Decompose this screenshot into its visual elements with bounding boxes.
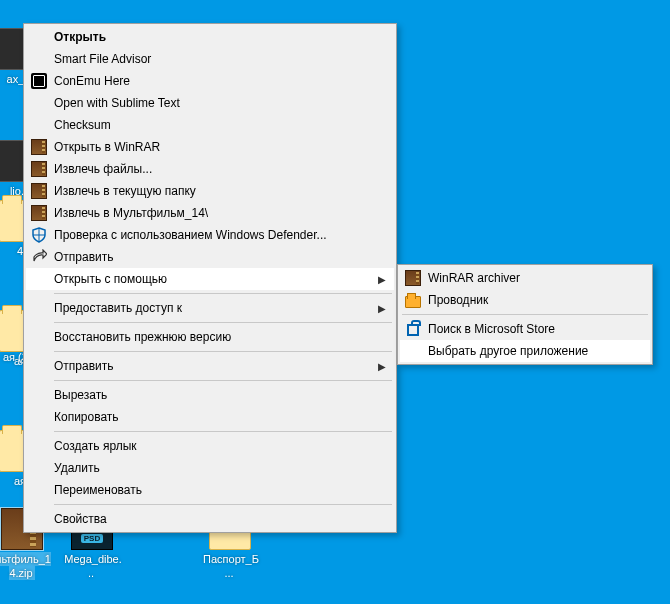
menu-item-extract-here[interactable]: Извлечь в текущую папку [26,180,394,202]
menu-item-label: ConEmu Here [52,74,388,88]
menu-item-share[interactable]: Отправить [26,246,394,268]
menu-item-label: Переименовать [52,483,388,497]
conemu-icon [31,73,47,89]
menu-item-checksum[interactable]: Checksum [26,114,394,136]
menu-item-smart-file-advisor[interactable]: Smart File Advisor [26,48,394,70]
submenu-arrow-icon: ▶ [376,303,388,314]
menu-item-label: Копировать [52,410,388,424]
menu-item-label: Извлечь в текущую папку [52,184,388,198]
menu-separator [402,314,648,315]
menu-separator [54,380,392,381]
menu-item-label: Открыть в WinRAR [52,140,388,154]
context-menu: Открыть Smart File Advisor ConEmu Here O… [23,23,397,533]
menu-item-label: Открыть с помощью [52,272,376,286]
menu-item-label: Отправить [52,359,376,373]
menu-item-grant-access[interactable]: Предоставить доступ к ▶ [26,297,394,319]
share-icon [31,249,47,265]
menu-item-defender[interactable]: Проверка с использованием Windows Defend… [26,224,394,246]
submenu-item-explorer[interactable]: Проводник [400,289,650,311]
menu-item-send-to[interactable]: Отправить ▶ [26,355,394,377]
menu-item-label: Проверка с использованием Windows Defend… [52,228,388,242]
menu-item-open-with[interactable]: Открыть с помощью ▶ [26,268,394,290]
desktop-icon-label: льтфиль_14.zip [0,552,51,580]
menu-item-open-sublime[interactable]: Open with Sublime Text [26,92,394,114]
menu-item-label: Извлечь в Мультфильм_14\ [52,206,388,220]
explorer-icon [405,296,421,308]
menu-item-label: Smart File Advisor [52,52,388,66]
menu-item-label: Поиск в Microsoft Store [426,322,644,336]
menu-item-rename[interactable]: Переименовать [26,479,394,501]
menu-item-properties[interactable]: Свойства [26,508,394,530]
menu-item-create-shortcut[interactable]: Создать ярлык [26,435,394,457]
winrar-icon [31,183,47,199]
menu-item-label: Открыть [52,30,388,44]
submenu-item-choose-other-app[interactable]: Выбрать другое приложение [400,340,650,362]
menu-item-open[interactable]: Открыть [26,26,394,48]
submenu-item-search-store[interactable]: Поиск в Microsoft Store [400,318,650,340]
context-submenu-open-with: WinRAR archiver Проводник Поиск в Micros… [397,264,653,365]
menu-item-label: Open with Sublime Text [52,96,388,110]
menu-item-label: Восстановить прежнюю версию [52,330,388,344]
store-icon [407,324,419,336]
menu-item-extract-files[interactable]: Извлечь файлы... [26,158,394,180]
menu-separator [54,293,392,294]
menu-item-open-winrar[interactable]: Открыть в WinRAR [26,136,394,158]
submenu-item-winrar-archiver[interactable]: WinRAR archiver [400,267,650,289]
menu-separator [54,431,392,432]
menu-item-label: Выбрать другое приложение [426,344,644,358]
shield-icon [31,227,47,243]
desktop-icon-label: Паспорт_Б... [201,552,259,580]
menu-item-cut[interactable]: Вырезать [26,384,394,406]
menu-separator [54,504,392,505]
menu-item-label: Предоставить доступ к [52,301,376,315]
winrar-icon [31,139,47,155]
menu-separator [54,351,392,352]
menu-item-label: Отправить [52,250,388,264]
menu-item-label: WinRAR archiver [426,271,644,285]
menu-item-conemu-here[interactable]: ConEmu Here [26,70,394,92]
winrar-icon [31,205,47,221]
menu-item-restore-previous[interactable]: Восстановить прежнюю версию [26,326,394,348]
menu-item-label: Извлечь файлы... [52,162,388,176]
menu-item-label: Создать ярлык [52,439,388,453]
submenu-arrow-icon: ▶ [376,361,388,372]
menu-item-label: Вырезать [52,388,388,402]
winrar-icon [31,161,47,177]
winrar-icon [405,270,421,286]
menu-separator [54,322,392,323]
menu-item-extract-to[interactable]: Извлечь в Мультфильм_14\ [26,202,394,224]
menu-item-label: Проводник [426,293,644,307]
submenu-arrow-icon: ▶ [376,274,388,285]
menu-item-delete[interactable]: Удалить [26,457,394,479]
menu-item-label: Удалить [52,461,388,475]
desktop-icon-label: Mega_dibe... [62,552,122,580]
menu-item-label: Свойства [52,512,388,526]
menu-item-label: Checksum [52,118,388,132]
menu-item-copy[interactable]: Копировать [26,406,394,428]
